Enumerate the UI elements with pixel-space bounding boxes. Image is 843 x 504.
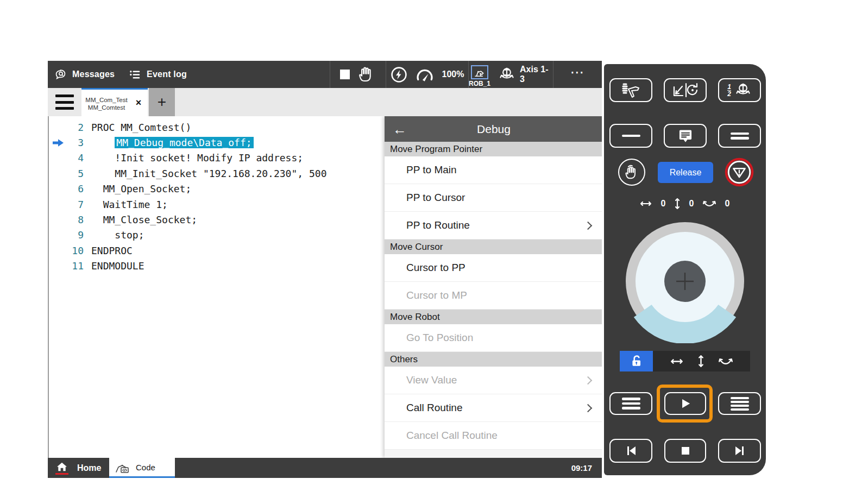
jog-value-indicators: 0 0 0: [604, 198, 766, 210]
hold-to-run-button[interactable]: [618, 159, 645, 186]
play-icon: [678, 396, 693, 411]
event-log-label: Event log: [147, 70, 187, 79]
manual-mode-hand-icon: [357, 66, 376, 83]
stop-icon: [679, 444, 692, 457]
add-tab-button[interactable]: +: [149, 88, 175, 116]
three-bars-button[interactable]: [609, 392, 652, 415]
unlock-button[interactable]: [620, 351, 653, 371]
release-button[interactable]: Release: [658, 162, 713, 183]
menu-item-cursor-to-pp[interactable]: Cursor to PP: [385, 254, 602, 282]
chevron-right-icon: [584, 221, 593, 230]
comment-button[interactable]: [664, 124, 707, 148]
jog-settings-button[interactable]: [609, 78, 652, 102]
comment-bubble-icon: [678, 128, 693, 143]
selected-robot: ROB_1: [469, 65, 490, 87]
axis-orb-icon: [734, 81, 752, 99]
code-app-tab[interactable]: Code: [109, 458, 175, 478]
speed-group[interactable]: 100%: [386, 61, 468, 88]
three-bars-icon: [622, 398, 640, 410]
rotation-axis-value: 0: [724, 199, 731, 209]
four-bars-button[interactable]: [718, 392, 761, 415]
horizontal-axis-toggle[interactable]: [670, 358, 684, 365]
axis-jog-icon: [498, 66, 515, 83]
messages-icon: [54, 68, 67, 81]
menu-item-cursor-to-mp: Cursor to MP: [385, 282, 602, 310]
file-tab-routine: MM_Comtest: [81, 104, 131, 111]
file-tab-module: MM_Com_Test: [81, 96, 131, 104]
debug-panel-header: ← Debug: [385, 116, 602, 142]
horizontal-axis-icon: [639, 200, 652, 207]
main-window: Messages Event log: [48, 61, 602, 478]
event-log-icon: [129, 68, 141, 81]
status-bar: Home Code 09:17: [48, 458, 602, 478]
more-icon: ⋯: [570, 70, 586, 79]
joystick-lever-icon: [619, 82, 643, 98]
code-app-icon: [115, 460, 131, 474]
hamburger-menu-icon[interactable]: [55, 94, 74, 110]
back-icon[interactable]: ←: [385, 122, 415, 136]
vertical-axis-toggle[interactable]: [697, 354, 704, 368]
chevron-right-icon: [584, 404, 593, 412]
axis-lock-row: [620, 351, 750, 371]
two-bars-icon: [731, 133, 749, 140]
chevron-right-icon: [584, 376, 593, 385]
linear-reorient-icon: [672, 81, 699, 99]
screen: Messages Event log: [0, 0, 843, 504]
top-bar: Messages Event log: [48, 61, 602, 88]
editor-tab-bar: MM_Com_Test MM_Comtest × +: [48, 88, 602, 116]
motors-on-icon: [391, 66, 407, 83]
double-bar-button[interactable]: [718, 124, 761, 148]
section-header: Move Cursor: [385, 240, 602, 254]
play-button[interactable]: [664, 392, 706, 415]
debug-panel: ← Debug Move Program Pointer PP to Main …: [385, 116, 602, 458]
highlighted-statement: MM_Debug_mode\Data_off;: [115, 137, 253, 148]
home-label: Home: [77, 463, 101, 473]
emergency-stop-button[interactable]: [725, 158, 754, 187]
step-backward-button[interactable]: [609, 439, 652, 463]
vertical-axis-icon: [674, 198, 681, 210]
program-pointer-icon: [49, 138, 67, 147]
stop-button[interactable]: [664, 439, 706, 463]
rotation-axis-toggle[interactable]: [718, 357, 733, 366]
robot-name: ROB_1: [469, 80, 490, 87]
home-icon: [56, 462, 68, 472]
robot-icon: [471, 65, 488, 79]
one-bar-icon: [622, 135, 640, 137]
run-state-group: [330, 61, 386, 88]
step-forward-icon: [733, 444, 747, 457]
section-header: Others: [385, 352, 602, 367]
unlock-padlock-icon: [630, 354, 644, 368]
speed-gauge-icon: [415, 66, 435, 83]
close-tab-icon[interactable]: ×: [131, 97, 146, 109]
step-backward-icon: [624, 444, 638, 457]
menu-item-view-value: View Value: [385, 367, 602, 394]
content-area: 2 PROC MM_Comtest() 3 MM_Debug_mode\Data…: [48, 116, 602, 458]
axis-selector-label: Axis 1-3: [520, 65, 553, 84]
menu-item-go-to-position: Go To Position: [385, 324, 602, 352]
single-bar-button[interactable]: [609, 124, 652, 148]
rotation-axis-icon: [702, 200, 716, 207]
more-button[interactable]: ⋯: [553, 61, 602, 88]
motion-mode-button[interactable]: [664, 78, 707, 102]
menu-item-pp-to-main[interactable]: PP to Main: [385, 156, 602, 184]
menu-item-call-routine[interactable]: Call Routine: [385, 394, 602, 422]
vertical-axis-value: 0: [688, 199, 695, 209]
menu-item-pp-to-cursor[interactable]: PP to Cursor: [385, 184, 602, 212]
section-header: Move Robot: [385, 310, 602, 324]
messages-button[interactable]: Messages: [54, 68, 115, 81]
home-button[interactable]: Home: [48, 462, 109, 475]
increment-mode-button[interactable]: 1 2: [718, 78, 761, 102]
debug-panel-title: Debug: [415, 123, 573, 136]
stopped-state-icon: [340, 70, 350, 79]
step-forward-button[interactable]: [718, 439, 761, 463]
section-header: Move Program Pointer: [385, 142, 602, 156]
fraction-numerator: 1: [727, 84, 731, 90]
menu-item-cancel-call-routine: Cancel Call Routine: [385, 422, 602, 450]
menu-item-pp-to-routine[interactable]: PP to Routine: [385, 212, 602, 240]
home-active-underline: [55, 473, 68, 475]
mechunit-group[interactable]: ROB_1 Axis 1-3: [468, 61, 553, 88]
clock: 09:17: [571, 463, 602, 472]
file-tab[interactable]: MM_Com_Test MM_Comtest ×: [81, 88, 148, 116]
virtual-joystick[interactable]: [624, 220, 746, 343]
event-log-button[interactable]: Event log: [129, 68, 187, 81]
